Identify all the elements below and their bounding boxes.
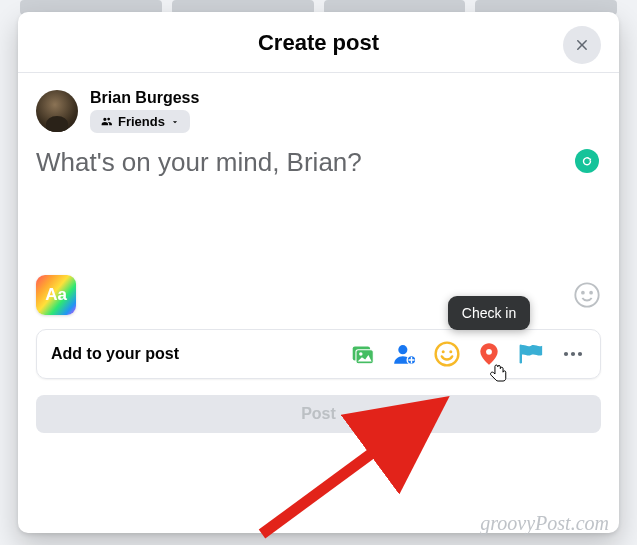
caret-down-icon xyxy=(170,117,180,127)
modal-body: Brian Burgess Friends What's on your min… xyxy=(18,73,619,533)
composer-placeholder: What's on your mind, Brian? xyxy=(36,147,601,178)
life-event-button[interactable] xyxy=(518,341,544,367)
check-in-tooltip: Check in xyxy=(448,296,530,330)
audience-selector[interactable]: Friends xyxy=(90,110,190,133)
author-row: Brian Burgess Friends xyxy=(36,89,601,133)
watermark: groovyPost.com xyxy=(480,512,609,535)
location-pin-icon xyxy=(476,341,502,367)
svg-point-11 xyxy=(486,349,492,355)
feeling-activity-button[interactable] xyxy=(434,341,460,367)
composer[interactable]: What's on your mind, Brian? xyxy=(36,147,601,275)
flag-icon xyxy=(518,342,544,366)
feeling-icon xyxy=(434,341,460,367)
svg-point-2 xyxy=(590,292,592,294)
svg-point-13 xyxy=(571,352,575,356)
modal-title: Create post xyxy=(18,30,619,56)
emoji-picker-button[interactable] xyxy=(573,281,601,309)
svg-point-10 xyxy=(449,350,452,353)
author-name: Brian Burgess xyxy=(90,89,199,107)
close-icon xyxy=(573,36,591,54)
tag-people-button[interactable] xyxy=(392,341,418,367)
more-options-button[interactable] xyxy=(560,341,586,367)
add-to-post-icons: Check in xyxy=(350,341,586,367)
svg-point-6 xyxy=(398,345,407,354)
modal-header: Create post xyxy=(18,12,619,73)
svg-point-5 xyxy=(359,352,362,355)
grammarly-button[interactable] xyxy=(575,149,599,173)
background-selector[interactable]: Aa xyxy=(36,275,76,315)
add-to-post-bar: Add to your post xyxy=(36,329,601,379)
photo-video-button[interactable] xyxy=(350,341,376,367)
avatar[interactable] xyxy=(36,90,78,132)
photo-icon xyxy=(350,341,376,367)
svg-point-12 xyxy=(564,352,568,356)
grammarly-icon xyxy=(580,154,594,168)
svg-rect-4 xyxy=(356,350,373,364)
svg-point-0 xyxy=(575,283,598,306)
tag-people-icon xyxy=(392,341,418,367)
audience-label: Friends xyxy=(118,114,165,129)
add-to-post-label: Add to your post xyxy=(51,345,179,363)
more-icon xyxy=(561,342,585,366)
svg-point-1 xyxy=(582,292,584,294)
close-button[interactable] xyxy=(563,26,601,64)
check-in-button[interactable]: Check in xyxy=(476,341,502,367)
svg-point-9 xyxy=(442,350,445,353)
friends-icon xyxy=(100,115,113,128)
svg-point-14 xyxy=(578,352,582,356)
post-button[interactable]: Post xyxy=(36,395,601,433)
smile-icon xyxy=(573,281,601,309)
create-post-modal: Create post Brian Burgess Friends What's… xyxy=(18,12,619,533)
svg-point-8 xyxy=(436,343,459,366)
